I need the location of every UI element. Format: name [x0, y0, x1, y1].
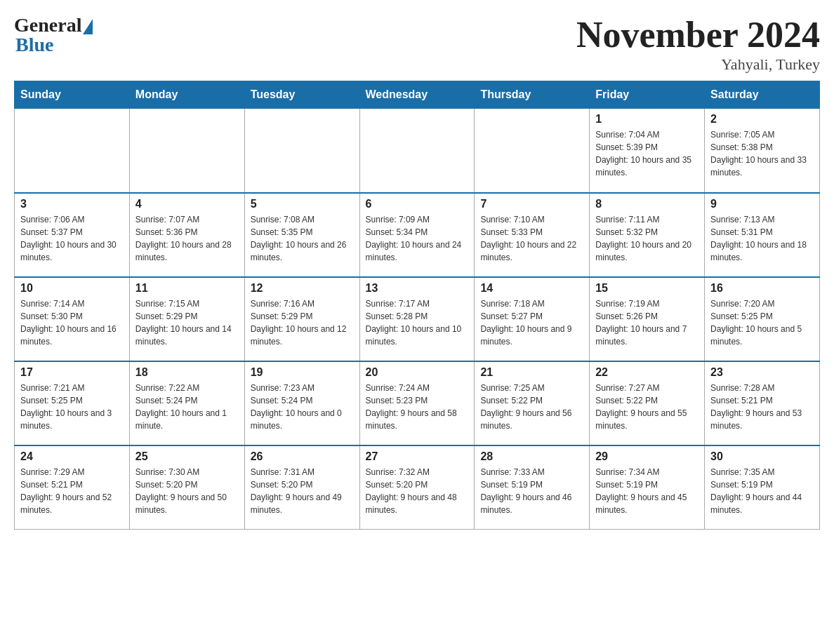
day-info: Sunrise: 7:19 AMSunset: 5:26 PMDaylight:… [595, 297, 699, 348]
table-row: 24Sunrise: 7:29 AMSunset: 5:21 PMDayligh… [15, 445, 130, 530]
day-number: 14 [480, 282, 583, 295]
day-number: 9 [710, 198, 814, 210]
day-info: Sunrise: 7:25 AMSunset: 5:22 PMDaylight:… [480, 382, 583, 432]
day-number: 25 [135, 450, 239, 463]
day-info: Sunrise: 7:27 AMSunset: 5:22 PMDaylight:… [595, 382, 699, 432]
day-info: Sunrise: 7:21 AMSunset: 5:25 PMDaylight:… [20, 382, 124, 432]
calendar-week-row: 24Sunrise: 7:29 AMSunset: 5:21 PMDayligh… [15, 445, 820, 530]
month-year-title: November 2024 [576, 14, 820, 55]
day-number: 29 [595, 450, 699, 463]
calendar-week-row: 3Sunrise: 7:06 AMSunset: 5:37 PMDaylight… [15, 193, 820, 277]
day-number: 18 [135, 366, 239, 379]
day-number: 3 [20, 198, 124, 210]
day-info: Sunrise: 7:31 AMSunset: 5:20 PMDaylight:… [251, 466, 354, 516]
table-row: 12Sunrise: 7:16 AMSunset: 5:29 PMDayligh… [244, 277, 359, 361]
table-row: 19Sunrise: 7:23 AMSunset: 5:24 PMDayligh… [244, 361, 359, 445]
day-number: 10 [20, 282, 124, 295]
page-header: General Blue November 2024 Yahyali, Turk… [14, 14, 820, 74]
day-info: Sunrise: 7:22 AMSunset: 5:24 PMDaylight:… [135, 382, 239, 432]
day-info: Sunrise: 7:24 AMSunset: 5:23 PMDaylight:… [366, 382, 469, 432]
day-info: Sunrise: 7:16 AMSunset: 5:29 PMDaylight:… [251, 297, 354, 348]
table-row [359, 109, 475, 193]
table-row: 28Sunrise: 7:33 AMSunset: 5:19 PMDayligh… [475, 445, 590, 530]
table-row: 17Sunrise: 7:21 AMSunset: 5:25 PMDayligh… [15, 361, 130, 445]
day-info: Sunrise: 7:09 AMSunset: 5:34 PMDaylight:… [366, 213, 469, 264]
table-row: 7Sunrise: 7:10 AMSunset: 5:33 PMDaylight… [475, 193, 590, 277]
day-number: 1 [595, 113, 699, 126]
day-number: 15 [595, 282, 699, 295]
day-info: Sunrise: 7:05 AMSunset: 5:38 PMDaylight:… [710, 128, 814, 179]
day-info: Sunrise: 7:29 AMSunset: 5:21 PMDaylight:… [20, 466, 124, 516]
table-row: 20Sunrise: 7:24 AMSunset: 5:23 PMDayligh… [359, 361, 475, 445]
table-row: 15Sunrise: 7:19 AMSunset: 5:26 PMDayligh… [590, 277, 705, 361]
table-row: 21Sunrise: 7:25 AMSunset: 5:22 PMDayligh… [475, 361, 590, 445]
day-number: 22 [595, 366, 699, 379]
day-number: 16 [710, 282, 814, 295]
table-row: 29Sunrise: 7:34 AMSunset: 5:19 PMDayligh… [590, 445, 705, 530]
day-number: 28 [480, 450, 583, 463]
col-friday: Friday [590, 81, 705, 109]
day-info: Sunrise: 7:04 AMSunset: 5:39 PMDaylight:… [595, 128, 699, 179]
day-info: Sunrise: 7:30 AMSunset: 5:20 PMDaylight:… [135, 466, 239, 516]
day-info: Sunrise: 7:34 AMSunset: 5:19 PMDaylight:… [595, 466, 699, 516]
day-info: Sunrise: 7:18 AMSunset: 5:27 PMDaylight:… [480, 297, 583, 348]
day-info: Sunrise: 7:35 AMSunset: 5:19 PMDaylight:… [710, 466, 814, 516]
day-number: 26 [251, 450, 354, 463]
table-row: 3Sunrise: 7:06 AMSunset: 5:37 PMDaylight… [15, 193, 130, 277]
day-number: 30 [710, 450, 814, 463]
table-row: 13Sunrise: 7:17 AMSunset: 5:28 PMDayligh… [359, 277, 475, 361]
table-row [244, 109, 359, 193]
calendar-week-row: 1Sunrise: 7:04 AMSunset: 5:39 PMDaylight… [15, 109, 820, 193]
day-number: 13 [366, 282, 469, 295]
table-row: 25Sunrise: 7:30 AMSunset: 5:20 PMDayligh… [129, 445, 244, 530]
day-info: Sunrise: 7:13 AMSunset: 5:31 PMDaylight:… [710, 213, 814, 264]
day-number: 24 [20, 450, 124, 463]
col-thursday: Thursday [475, 81, 590, 109]
table-row: 2Sunrise: 7:05 AMSunset: 5:38 PMDaylight… [705, 109, 820, 193]
day-info: Sunrise: 7:11 AMSunset: 5:32 PMDaylight:… [595, 213, 699, 264]
col-wednesday: Wednesday [359, 81, 475, 109]
day-number: 27 [366, 450, 469, 463]
table-row: 4Sunrise: 7:07 AMSunset: 5:36 PMDaylight… [129, 193, 244, 277]
day-info: Sunrise: 7:28 AMSunset: 5:21 PMDaylight:… [710, 382, 814, 432]
col-sunday: Sunday [15, 81, 130, 109]
day-info: Sunrise: 7:32 AMSunset: 5:20 PMDaylight:… [366, 466, 469, 516]
day-number: 4 [135, 198, 239, 210]
col-tuesday: Tuesday [244, 81, 359, 109]
calendar-table: Sunday Monday Tuesday Wednesday Thursday… [14, 81, 820, 530]
day-number: 5 [251, 198, 354, 210]
table-row: 16Sunrise: 7:20 AMSunset: 5:25 PMDayligh… [705, 277, 820, 361]
day-number: 6 [366, 198, 469, 210]
table-row: 6Sunrise: 7:09 AMSunset: 5:34 PMDaylight… [359, 193, 475, 277]
day-info: Sunrise: 7:33 AMSunset: 5:19 PMDaylight:… [480, 466, 583, 516]
day-info: Sunrise: 7:17 AMSunset: 5:28 PMDaylight:… [366, 297, 469, 348]
title-area: November 2024 Yahyali, Turkey [576, 14, 820, 74]
logo-blue-text: Blue [15, 34, 53, 56]
table-row: 26Sunrise: 7:31 AMSunset: 5:20 PMDayligh… [244, 445, 359, 530]
table-row: 1Sunrise: 7:04 AMSunset: 5:39 PMDaylight… [590, 109, 705, 193]
day-number: 8 [595, 198, 699, 210]
location-subtitle: Yahyali, Turkey [576, 55, 820, 74]
col-saturday: Saturday [705, 81, 820, 109]
day-info: Sunrise: 7:20 AMSunset: 5:25 PMDaylight:… [710, 297, 814, 348]
day-number: 23 [710, 366, 814, 379]
table-row: 23Sunrise: 7:28 AMSunset: 5:21 PMDayligh… [705, 361, 820, 445]
table-row [15, 109, 130, 193]
table-row: 22Sunrise: 7:27 AMSunset: 5:22 PMDayligh… [590, 361, 705, 445]
day-info: Sunrise: 7:07 AMSunset: 5:36 PMDaylight:… [135, 213, 239, 264]
calendar-week-row: 10Sunrise: 7:14 AMSunset: 5:30 PMDayligh… [15, 277, 820, 361]
table-row: 18Sunrise: 7:22 AMSunset: 5:24 PMDayligh… [129, 361, 244, 445]
day-number: 11 [135, 282, 239, 295]
day-info: Sunrise: 7:10 AMSunset: 5:33 PMDaylight:… [480, 213, 583, 264]
table-row: 30Sunrise: 7:35 AMSunset: 5:19 PMDayligh… [705, 445, 820, 530]
day-number: 20 [366, 366, 469, 379]
table-row: 10Sunrise: 7:14 AMSunset: 5:30 PMDayligh… [15, 277, 130, 361]
col-monday: Monday [129, 81, 244, 109]
day-info: Sunrise: 7:14 AMSunset: 5:30 PMDaylight:… [20, 297, 124, 348]
day-info: Sunrise: 7:23 AMSunset: 5:24 PMDaylight:… [251, 382, 354, 432]
logo-arrow-icon [83, 19, 93, 34]
day-info: Sunrise: 7:15 AMSunset: 5:29 PMDaylight:… [135, 297, 239, 348]
logo: General Blue [14, 14, 93, 56]
day-number: 19 [251, 366, 354, 379]
table-row: 27Sunrise: 7:32 AMSunset: 5:20 PMDayligh… [359, 445, 475, 530]
